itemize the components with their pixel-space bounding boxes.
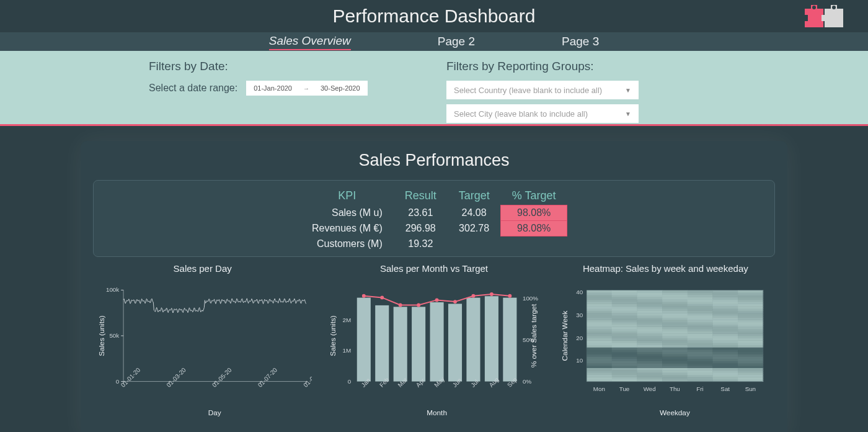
svg-rect-167 [712,347,738,349]
navbar: Sales Overview Page 2 Page 3 [0,32,868,51]
svg-rect-275 [611,310,637,313]
svg-rect-162 [587,347,612,349]
city-select[interactable]: Select City (leave blank to include all)… [446,104,639,123]
svg-rect-270 [662,313,688,315]
svg-rect-224 [738,329,763,331]
svg-rect-311 [637,299,662,302]
svg-rect-338 [611,290,637,292]
svg-rect-228 [662,326,688,329]
svg-rect-133 [738,359,763,361]
svg-rect-271 [687,313,712,315]
svg-rect-119 [738,363,763,366]
country-placeholder: Select Country (leave blank to include a… [454,86,602,95]
svg-rect-88 [662,372,688,375]
svg-rect-250 [687,320,712,322]
svg-text:01-07-20: 01-07-20 [257,366,279,389]
svg-rect-269 [637,313,662,315]
svg-rect-309 [587,299,612,302]
kpi-result: 296.98 [394,221,448,236]
filters-groups-heading: Filters by Reporting Groups: [446,60,868,73]
svg-rect-71 [587,377,612,379]
chart-svg[interactable]: 10203040MonTueWedThuFriSatSunCalendar We… [556,277,775,425]
filters-bar: Filters by Date: Select a date range: 01… [0,51,868,124]
svg-rect-213 [637,331,662,334]
svg-rect-216 [712,331,738,334]
svg-rect-152 [687,352,712,354]
svg-text:Month: Month [427,408,448,416]
svg-rect-34 [357,298,371,382]
kpi-name: Revenues (M €) [301,221,394,236]
date-range-picker[interactable]: 01-Jan-2020 → 30-Sep-2020 [246,81,367,96]
svg-rect-135 [611,356,637,359]
tab-page-3[interactable]: Page 3 [562,34,599,50]
filters-date-heading: Filters by Date: [149,60,446,73]
svg-rect-83 [712,375,738,377]
svg-rect-307 [712,302,738,304]
svg-rect-77 [738,377,763,379]
svg-rect-237 [712,325,738,327]
svg-rect-247 [611,320,637,322]
svg-text:Calendar Week: Calendar Week [560,310,568,361]
svg-rect-324 [611,295,637,297]
svg-rect-89 [687,372,712,375]
svg-rect-186 [662,340,688,343]
chart-svg[interactable]: 050k100k01-01-2001-03-2001-05-2001-07-20… [93,277,312,425]
svg-rect-211 [587,331,612,334]
svg-rect-183 [587,340,612,343]
chart-svg[interactable]: 01M2M0%50%100%JanFebMarAprMayJunJulAugSe… [324,277,543,425]
svg-rect-276 [637,310,662,313]
svg-rect-259 [738,318,763,320]
svg-rect-93 [611,370,637,372]
svg-rect-238 [738,325,763,327]
svg-rect-98 [738,370,763,372]
svg-rect-114 [611,363,637,366]
tab-sales-overview[interactable]: Sales Overview [269,33,351,50]
svg-rect-157 [637,349,662,352]
svg-rect-297 [637,304,662,306]
kpi-result: 23.61 [394,205,448,221]
svg-rect-214 [662,331,688,334]
country-select[interactable]: Select Country (leave blank to include a… [446,81,639,99]
svg-rect-263 [662,315,688,318]
svg-rect-339 [637,290,662,292]
svg-rect-212 [611,331,637,334]
svg-rect-331 [611,292,637,295]
svg-text:1M: 1M [343,347,352,354]
chevron-down-icon: ▼ [625,87,631,94]
svg-rect-258 [712,318,738,320]
tab-page-2[interactable]: Page 2 [438,34,475,50]
svg-rect-272 [712,313,738,315]
kpi-header: Result [394,187,448,205]
svg-text:Sat: Sat [720,385,730,392]
svg-rect-242 [662,322,688,325]
svg-rect-38 [394,307,407,381]
svg-rect-268 [611,313,637,315]
svg-rect-107 [611,366,637,368]
svg-text:10: 10 [576,357,583,364]
svg-rect-246 [587,320,612,322]
svg-rect-218 [587,329,612,331]
logo-icon [805,5,843,27]
svg-rect-193 [662,338,688,341]
chart-title: Sales per Month vs Target [380,263,488,274]
svg-rect-172 [662,345,688,348]
svg-rect-287 [738,308,763,311]
svg-rect-334 [687,292,712,295]
svg-rect-341 [687,290,712,292]
svg-rect-145 [687,354,712,356]
svg-rect-240 [611,322,637,325]
svg-rect-187 [687,340,712,343]
svg-text:01-05-20: 01-05-20 [211,366,233,389]
svg-rect-195 [712,338,738,341]
svg-rect-78 [587,375,612,377]
svg-rect-74 [662,377,688,379]
svg-rect-130 [662,359,688,361]
svg-rect-283 [637,308,662,311]
svg-rect-103 [687,367,712,370]
svg-rect-226 [611,326,637,329]
svg-rect-73 [637,377,662,379]
chevron-down-icon: ▼ [625,110,631,117]
kpi-pct: 98.08% [501,205,567,221]
svg-rect-108 [637,366,662,368]
svg-rect-173 [687,345,712,348]
